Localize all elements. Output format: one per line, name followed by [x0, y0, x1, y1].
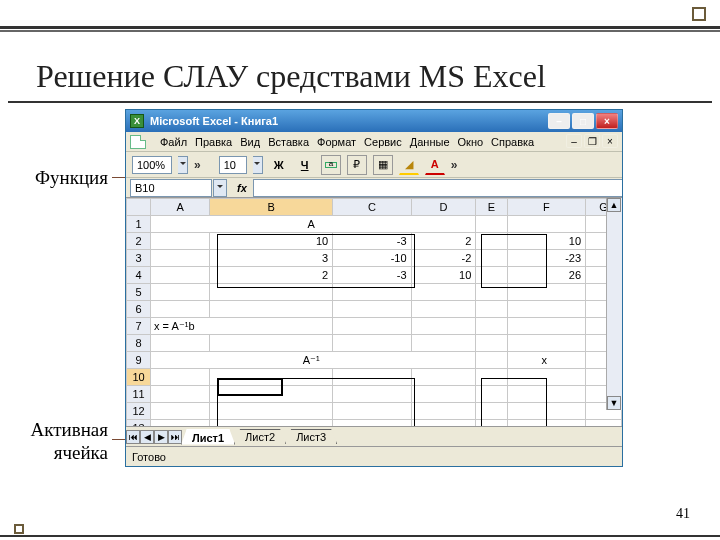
sheet-tab-1[interactable]: Лист1 — [181, 429, 235, 445]
zoom-dropdown[interactable] — [178, 156, 188, 174]
row-8: 8 — [127, 335, 622, 352]
cell-F4[interactable]: 26 — [507, 267, 585, 284]
toolbar-overflow-2[interactable]: » — [451, 158, 458, 172]
status-bar: Готово — [126, 446, 622, 466]
fill-color-button[interactable]: ◢ — [399, 155, 419, 175]
underline-button[interactable]: Ч — [295, 155, 315, 175]
workbook-close-button[interactable]: × — [602, 134, 618, 148]
menu-view[interactable]: Вид — [240, 136, 260, 148]
toolbar: 100% » 10 Ж Ч ₽ ▦ ◢ A » — [126, 152, 622, 178]
tab-nav-last[interactable]: ⏭ — [168, 430, 182, 444]
titlebar: Microsoft Excel - Книга1 – □ × — [126, 110, 622, 132]
tab-nav-next[interactable]: ▶ — [154, 430, 168, 444]
cell-F9[interactable]: x — [507, 352, 585, 369]
row-5: 5 — [127, 284, 622, 301]
menu-edit[interactable]: Правка — [195, 136, 232, 148]
rule-top-1 — [0, 26, 720, 29]
row-2: 210-3210 — [127, 233, 622, 250]
tab-nav-first[interactable]: ⏮ — [126, 430, 140, 444]
workbook-minimize-button[interactable]: – — [566, 134, 582, 148]
menu-window[interactable]: Окно — [458, 136, 484, 148]
col-header-F[interactable]: F — [507, 199, 585, 216]
cell-D2[interactable]: 2 — [411, 233, 476, 250]
menubar: Файл Правка Вид Вставка Формат Сервис Да… — [126, 132, 622, 152]
cell-F3[interactable]: -23 — [507, 250, 585, 267]
slide-body: Функция Активная ячейка Microsoft Excel … — [0, 109, 720, 115]
col-header-A[interactable]: A — [151, 199, 210, 216]
fx-icon[interactable]: fx — [237, 182, 247, 194]
menu-help[interactable]: Справка — [491, 136, 534, 148]
menu-tools[interactable]: Сервис — [364, 136, 402, 148]
scroll-down-button[interactable]: ▼ — [607, 396, 621, 410]
menu-insert[interactable]: Вставка — [268, 136, 309, 148]
col-header-E[interactable]: E — [476, 199, 507, 216]
formula-bar-row: B10 fx — [126, 178, 622, 198]
cell-A9[interactable]: A⁻¹ — [151, 352, 476, 369]
cell-C3[interactable]: -10 — [333, 250, 411, 267]
rule-top-2 — [0, 30, 720, 32]
fontsize-box[interactable]: 10 — [219, 156, 247, 174]
menu-file[interactable]: Файл — [160, 136, 187, 148]
close-button[interactable]: × — [596, 113, 618, 129]
select-all-corner[interactable] — [127, 199, 151, 216]
sheet-table: A B C D E F G 1A 210-3210 33-10-2-23 42-… — [126, 198, 622, 430]
zoom-box[interactable]: 100% — [132, 156, 172, 174]
col-header-B[interactable]: B — [210, 199, 333, 216]
font-color-button[interactable]: A — [425, 155, 445, 175]
spreadsheet-grid[interactable]: A B C D E F G 1A 210-3210 33-10-2-23 42-… — [126, 198, 622, 430]
maximize-button[interactable]: □ — [572, 113, 594, 129]
minimize-button[interactable]: – — [548, 113, 570, 129]
row-11: 11 — [127, 386, 622, 403]
row-9: 9A⁻¹x — [127, 352, 622, 369]
row-3: 33-10-2-23 — [127, 250, 622, 267]
menu-data[interactable]: Данные — [410, 136, 450, 148]
merge-center-button[interactable] — [321, 155, 341, 175]
sheet-tab-3[interactable]: Лист3 — [285, 429, 337, 444]
status-text: Готово — [132, 451, 166, 463]
excel-window: Microsoft Excel - Книга1 – □ × Файл Прав… — [125, 109, 623, 467]
slide-number: 41 — [676, 506, 690, 522]
row-10: 10 — [127, 369, 622, 386]
name-box[interactable]: B10 — [130, 179, 212, 197]
row-12: 12 — [127, 403, 622, 420]
borders-button[interactable]: ▦ — [373, 155, 393, 175]
cell-D4[interactable]: 10 — [411, 267, 476, 284]
callout-label-active-cell: Активная ячейка — [16, 419, 108, 465]
cell-B4[interactable]: 2 — [210, 267, 333, 284]
sheet-tab-2[interactable]: Лист2 — [234, 429, 286, 444]
tab-nav-prev[interactable]: ◀ — [140, 430, 154, 444]
scroll-up-button[interactable]: ▲ — [607, 198, 621, 212]
cell-B10[interactable] — [210, 369, 333, 386]
cell-B2[interactable]: 10 — [210, 233, 333, 250]
cell-A1[interactable]: A — [151, 216, 476, 233]
window-title: Microsoft Excel - Книга1 — [150, 115, 548, 127]
callout-label-function: Функция — [16, 167, 108, 189]
bold-button[interactable]: Ж — [269, 155, 289, 175]
workbook-restore-button[interactable]: ❐ — [584, 134, 600, 148]
row-1: 1A — [127, 216, 622, 233]
cell-A7[interactable]: x = A⁻¹b — [151, 318, 333, 335]
vertical-scrollbar[interactable]: ▲ ▼ — [606, 198, 622, 410]
cell-F2[interactable]: 10 — [507, 233, 585, 250]
sheet-tabs-row: ⏮ ◀ ▶ ⏭ Лист1 Лист2 Лист3 — [126, 426, 622, 446]
excel-app-icon — [130, 114, 144, 128]
row-4: 42-31026 — [127, 267, 622, 284]
menu-format[interactable]: Формат — [317, 136, 356, 148]
slide-bottom-ornament — [14, 524, 24, 534]
col-header-C[interactable]: C — [333, 199, 411, 216]
name-box-dropdown[interactable] — [213, 179, 227, 197]
fontsize-dropdown[interactable] — [253, 156, 263, 174]
document-icon — [130, 135, 146, 149]
cell-C2[interactable]: -3 — [333, 233, 411, 250]
row-7: 7x = A⁻¹b — [127, 318, 622, 335]
toolbar-overflow-1[interactable]: » — [194, 158, 201, 172]
currency-button[interactable]: ₽ — [347, 155, 367, 175]
slide-title: Решение СЛАУ средствами MS Excel — [8, 58, 712, 103]
cell-B3[interactable]: 3 — [210, 250, 333, 267]
rule-bottom — [0, 535, 720, 537]
slide-top-ornament — [0, 0, 720, 24]
col-header-D[interactable]: D — [411, 199, 476, 216]
formula-bar[interactable] — [253, 179, 622, 197]
cell-D3[interactable]: -2 — [411, 250, 476, 267]
cell-C4[interactable]: -3 — [333, 267, 411, 284]
